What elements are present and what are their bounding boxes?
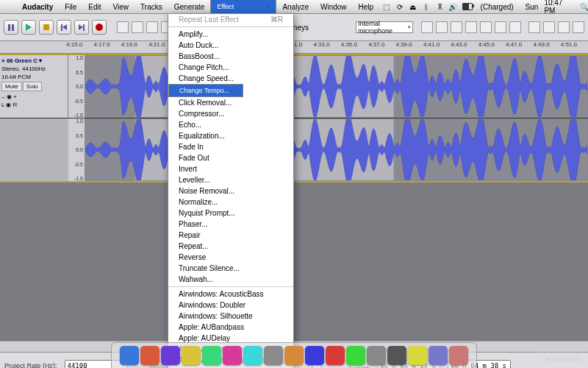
menu-item[interactable]: Truncate Silence... (168, 263, 293, 274)
tool-select[interactable] (117, 21, 129, 33)
dock-app-icon[interactable] (305, 346, 324, 365)
menu-item[interactable]: Invert (168, 163, 293, 174)
edit-cut[interactable] (421, 21, 433, 33)
menu-item[interactable]: Wahwah... (168, 274, 293, 285)
menu-item[interactable]: Change Speed... (168, 73, 293, 84)
record-button[interactable] (92, 20, 107, 35)
waveform-right[interactable] (85, 118, 588, 181)
zoom-in[interactable] (528, 21, 540, 33)
eject-icon[interactable]: ⏏ (409, 1, 417, 12)
menu-item[interactable]: Equalization... (168, 130, 293, 141)
waveform-left[interactable] (85, 55, 588, 118)
menu-item[interactable]: Echo... (168, 119, 293, 130)
menu-item[interactable]: Fade In (168, 141, 293, 152)
dock-app-icon[interactable] (182, 346, 201, 365)
track-name[interactable]: × 06 Green C ▾ (1, 57, 66, 65)
empty-track-space[interactable] (0, 186, 588, 341)
menu-item[interactable]: Amplify... (168, 29, 293, 40)
dock-app-icon[interactable] (284, 346, 304, 365)
menu-file[interactable]: File (59, 1, 82, 13)
input-device-select[interactable]: Internal microphone (356, 21, 413, 33)
dock-app-icon[interactable] (140, 346, 159, 365)
menu-item[interactable]: Airwindows: AcousticBass (168, 289, 293, 300)
spotlight-icon[interactable]: 🔍 (580, 1, 588, 12)
menu-tracks[interactable]: Tracks (135, 1, 168, 13)
menu-item[interactable]: BassBoost... (168, 51, 293, 62)
edit-copy[interactable] (436, 21, 448, 33)
menu-item[interactable]: Airwindows: Silhouette (168, 311, 293, 322)
volume-icon[interactable]: 🔊 (448, 1, 457, 12)
dock-app-icon[interactable] (202, 346, 221, 365)
solo-button[interactable]: Solo (23, 82, 42, 91)
zoom-fit-project[interactable] (573, 21, 584, 33)
dropbox-icon[interactable]: ⬚ (381, 1, 390, 12)
audio-track[interactable]: × 06 Green C ▾ Stereo, 44100Hz 16-bit PC… (0, 54, 588, 118)
edit-trim[interactable] (465, 21, 477, 33)
menu-item[interactable]: Click Removal... (168, 97, 293, 108)
track-header[interactable]: × 06 Green C ▾ Stereo, 44100Hz 16-bit PC… (0, 55, 68, 118)
pause-button[interactable] (4, 20, 18, 35)
skip-end-button[interactable] (74, 20, 89, 35)
time-tick: 4:39.0 (396, 41, 423, 53)
apple-menu[interactable] (4, 5, 16, 8)
play-button[interactable] (21, 20, 36, 35)
zoom-out[interactable] (543, 21, 555, 33)
clock-time[interactable]: 10:47 PM (538, 0, 577, 16)
dock-app-icon[interactable] (243, 346, 262, 365)
dock-app-icon[interactable] (387, 346, 406, 365)
menu-item[interactable]: Repair (168, 230, 293, 241)
dock-app-icon[interactable] (367, 346, 386, 365)
battery-icon[interactable] (462, 1, 473, 12)
menu-item[interactable]: Normalize... (168, 197, 293, 208)
menu-help[interactable]: Help (353, 1, 380, 13)
menu-generate[interactable]: Generate (168, 1, 211, 13)
menu-item[interactable]: Apple: AUBandpass (168, 322, 293, 333)
bluetooth-icon[interactable]: ᛒ (422, 1, 431, 12)
edit-undo[interactable] (495, 21, 506, 33)
skip-start-button[interactable] (57, 20, 71, 35)
dock-app-icon[interactable] (449, 346, 468, 365)
dock-app-icon[interactable] (223, 346, 242, 365)
menu-item[interactable]: Repeat... (168, 241, 293, 252)
time-tick: 4:15.0 (66, 41, 93, 53)
tool-envelope[interactable] (132, 21, 143, 33)
menu-item[interactable]: Phaser... (168, 219, 293, 230)
edit-silence[interactable] (480, 21, 492, 33)
edit-paste[interactable] (451, 21, 462, 33)
time-tick: 4:47.0 (506, 41, 533, 53)
menu-view[interactable]: View (107, 1, 135, 13)
menu-item[interactable]: Fade Out (168, 152, 293, 163)
time-ruler[interactable]: 4:15.04:17.04:19.04:21.04:23.04:25.04:27… (0, 41, 588, 54)
menu-item[interactable]: Nyquist Prompt... (168, 208, 293, 219)
menu-item[interactable]: Compressor... (168, 108, 293, 119)
time-tick: 4:49.0 (533, 41, 560, 53)
wifi-icon[interactable]: ⊼ (435, 1, 444, 12)
zoom-fit-sel[interactable] (558, 21, 570, 33)
sync-icon[interactable]: ⟳ (395, 1, 404, 12)
dock-app-icon[interactable] (429, 346, 448, 365)
dock-app-icon[interactable] (264, 346, 283, 365)
menu-item[interactable]: Airwindows: Doubler (168, 300, 293, 311)
menu-edit[interactable]: Edit (82, 1, 107, 13)
macos-dock[interactable] (111, 342, 477, 368)
menu-item[interactable]: Noise Removal... (168, 185, 293, 197)
tool-draw[interactable] (146, 21, 158, 33)
dock-app-icon[interactable] (161, 346, 180, 365)
menu-item[interactable]: Leveller... (168, 174, 293, 185)
stop-button[interactable] (39, 20, 54, 35)
menu-item[interactable]: Reverse (168, 252, 293, 263)
menu-item[interactable]: Auto Duck... (168, 40, 293, 51)
edit-redo[interactable] (509, 21, 521, 33)
dock-app-icon[interactable] (408, 346, 427, 365)
mute-button[interactable]: Mute (1, 82, 22, 91)
menu-analyze[interactable]: Analyze (276, 1, 315, 13)
dock-app-icon[interactable] (346, 346, 365, 365)
menu-item[interactable]: Change Tempo... (168, 84, 243, 97)
audio-track[interactable]: 1.00.50.0-0.5-1.0 (0, 118, 588, 183)
dock-app-icon[interactable] (326, 346, 345, 365)
menu-effect[interactable]: Effect (210, 0, 276, 14)
dock-app-icon[interactable] (120, 346, 139, 365)
menu-window[interactable]: Window (315, 1, 353, 13)
app-menu[interactable]: Audacity (16, 1, 59, 13)
menu-item[interactable]: Change Pitch... (168, 62, 293, 73)
